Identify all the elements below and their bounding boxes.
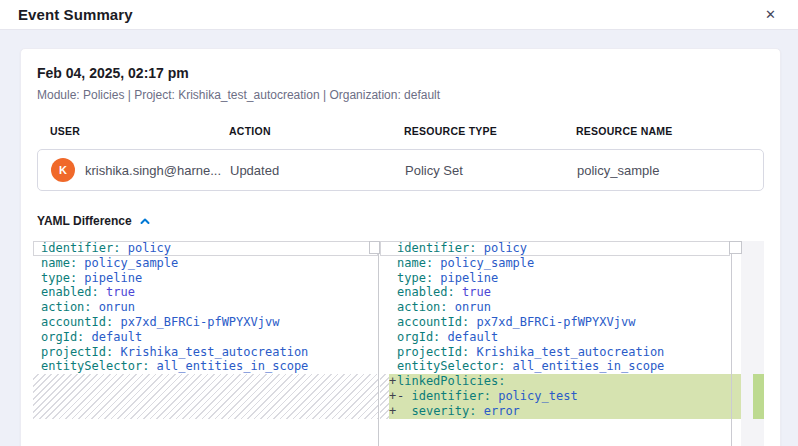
yaml-difference-toggle[interactable]: YAML Difference (37, 213, 764, 228)
column-header-user: USER (37, 125, 229, 137)
yaml-diff-line: identifier: policy (380, 241, 741, 256)
yaml-diff-line: enabled: true (380, 285, 741, 300)
event-card: Feb 04, 2025, 02:17 pm Module: Policies … (20, 48, 781, 446)
yaml-value: policy (484, 241, 527, 255)
yaml-value: px7xd_BFRCi-pfWPYXVjvw (476, 315, 635, 329)
yaml-value: true (462, 285, 491, 299)
yaml-key: orgId: (397, 330, 440, 344)
diff-empty-region-hatch (33, 374, 378, 418)
yaml-diff-line: action: onrun (380, 300, 741, 315)
yaml-key: entitySelector: (397, 359, 505, 373)
yaml-key: type: (397, 271, 433, 285)
diff-added-marker: + (389, 404, 397, 419)
yaml-diff-line: type: pipeline (380, 271, 741, 286)
table-row[interactable]: K krishika.singh@harne... Updated Policy… (37, 149, 764, 191)
diff-added-marker: + (389, 374, 397, 389)
yaml-diff-line: name: policy_sample (33, 256, 378, 271)
event-summary-modal: Event Summary ✕ Feb 04, 2025, 02:17 pm M… (0, 0, 798, 446)
yaml-diff-line: accountId: px7xd_BFRCi-pfWPYXVjvw (380, 315, 741, 330)
yaml-diff-line: name: policy_sample (380, 256, 741, 271)
yaml-value: true (106, 285, 135, 299)
chevron-up-icon[interactable] (139, 215, 151, 227)
yaml-value: pipeline (84, 271, 142, 285)
yaml-key: entitySelector: (41, 359, 149, 373)
yaml-diff-line: +- identifier: policy_test (389, 389, 741, 404)
editor-boundary-line (731, 241, 732, 446)
yaml-diff-line: orgId: default (33, 330, 378, 345)
yaml-diff-line: enabled: true (33, 285, 378, 300)
yaml-value: Krishika_test_autocreation (476, 345, 664, 359)
column-header-action: ACTION (229, 125, 404, 137)
user-name: krishika.singh@harne... (85, 163, 221, 178)
yaml-diff-line: projectId: Krishika_test_autocreation (33, 345, 378, 360)
diff-gutter-hatch (380, 374, 389, 418)
yaml-diff-line: accountId: px7xd_BFRCi-pfWPYXVjvw (33, 315, 378, 330)
yaml-diff-line: action: onrun (33, 300, 378, 315)
yaml-key: linkedPolicies: (397, 374, 505, 388)
overview-added-marker (753, 374, 764, 419)
user-cell: K krishika.singh@harne... (38, 158, 230, 182)
yaml-diff-line: type: pipeline (33, 271, 378, 286)
yaml-key: identifier: (411, 389, 490, 403)
yaml-key: enabled: (41, 285, 99, 299)
yaml-key: severity: (411, 404, 476, 418)
yaml-key: projectId: (397, 345, 469, 359)
yaml-value: default (448, 330, 499, 344)
left-scrollbar[interactable] (369, 241, 380, 254)
yaml-value: policy_sample (84, 256, 178, 270)
yaml-diff-editor[interactable]: identifier: policyname: policy_sampletyp… (33, 241, 764, 446)
event-meta: Module: Policies | Project: Krishika_tes… (37, 88, 764, 102)
yaml-value: all_entities_in_scope (513, 359, 665, 373)
yaml-key: accountId: (397, 315, 469, 329)
yaml-key: action: (41, 300, 92, 314)
diff-pane-modified[interactable]: identifier: policyname: policy_sampletyp… (380, 241, 741, 446)
resource-name-cell: policy_sample (577, 163, 763, 178)
table-header-row: USER ACTION RESOURCE TYPE RESOURCE NAME (37, 125, 764, 137)
yaml-diff-line: identifier: policy (33, 241, 378, 256)
yaml-diff-line: orgId: default (380, 330, 741, 345)
resource-type-cell: Policy Set (405, 163, 577, 178)
yaml-key: orgId: (41, 330, 84, 344)
yaml-diff-line: entitySelector: all_entities_in_scope (33, 359, 378, 374)
yaml-key: name: (397, 256, 433, 270)
right-scrollbar[interactable] (729, 241, 742, 254)
yaml-key: identifier: (41, 241, 120, 255)
diff-overview-ruler[interactable] (741, 241, 764, 446)
yaml-key: name: (41, 256, 77, 270)
yaml-diff-line: + severity: error (389, 404, 741, 419)
yaml-value: default (92, 330, 143, 344)
yaml-key: projectId: (41, 345, 113, 359)
action-cell: Updated (230, 163, 405, 178)
column-header-resource-type: RESOURCE TYPE (404, 125, 576, 137)
yaml-value: policy_sample (440, 256, 534, 270)
yaml-value: Krishika_test_autocreation (120, 345, 308, 359)
yaml-key: type: (41, 271, 77, 285)
yaml-value: pipeline (440, 271, 498, 285)
yaml-value: onrun (99, 300, 135, 314)
close-icon[interactable]: ✕ (761, 6, 780, 23)
modal-header: Event Summary ✕ (0, 0, 798, 30)
yaml-value: px7xd_BFRCi-pfWPYXVjvw (120, 315, 279, 329)
yaml-value: policy (128, 241, 171, 255)
yaml-value: onrun (455, 300, 491, 314)
page-title: Event Summary (18, 6, 133, 23)
modal-body: Feb 04, 2025, 02:17 pm Module: Policies … (0, 30, 798, 446)
yaml-value: policy_test (498, 389, 577, 403)
yaml-diff-line: +linkedPolicies: (389, 374, 741, 389)
yaml-list-dash (397, 404, 411, 418)
yaml-list-dash: - (397, 389, 411, 403)
yaml-diff-line: entitySelector: all_entities_in_scope (380, 359, 741, 374)
yaml-key: accountId: (41, 315, 113, 329)
diff-added-marker: + (389, 389, 397, 404)
yaml-value: all_entities_in_scope (157, 359, 309, 373)
yaml-difference-label: YAML Difference (37, 214, 132, 228)
diff-pane-original[interactable]: identifier: policyname: policy_sampletyp… (33, 241, 379, 446)
yaml-key: enabled: (397, 285, 455, 299)
yaml-key: action: (397, 300, 448, 314)
column-header-resource-name: RESOURCE NAME (576, 125, 764, 137)
yaml-value: error (484, 404, 520, 418)
avatar: K (51, 158, 75, 182)
yaml-key: identifier: (397, 241, 476, 255)
yaml-diff-line: projectId: Krishika_test_autocreation (380, 345, 741, 360)
event-timestamp: Feb 04, 2025, 02:17 pm (37, 65, 764, 81)
